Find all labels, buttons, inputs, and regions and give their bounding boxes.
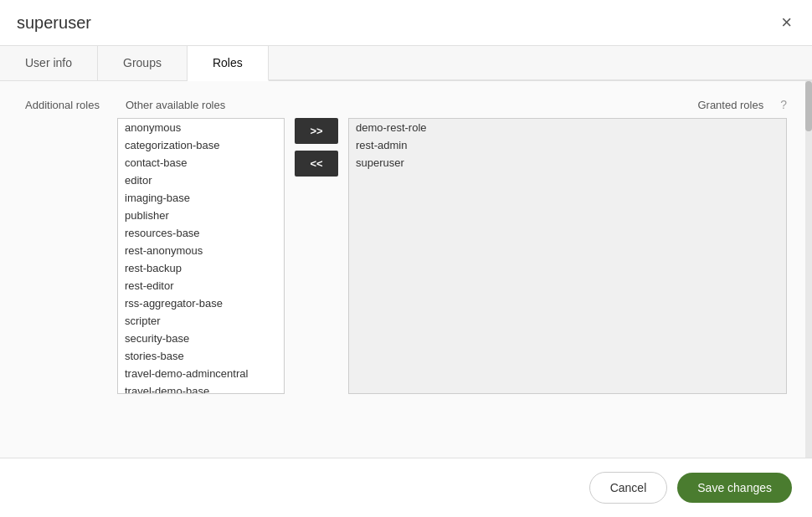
dialog-footer: Cancel Save changes <box>0 458 812 517</box>
list-item[interactable]: rest-editor <box>118 277 284 294</box>
list-item[interactable]: categorization-base <box>118 136 284 154</box>
available-roles-list[interactable]: anonymouscategorization-basecontact-base… <box>117 118 285 394</box>
list-item[interactable]: anonymous <box>118 119 284 136</box>
list-item[interactable]: travel-demo-base <box>118 382 284 394</box>
list-item[interactable]: security-base <box>118 330 284 347</box>
list-item[interactable]: rest-backup <box>118 259 284 277</box>
roles-content: Additional roles Other available roles G… <box>0 81 812 458</box>
list-item[interactable]: resources-base <box>118 224 284 242</box>
add-roles-button[interactable]: >> <box>295 118 338 144</box>
granted-roles-list[interactable]: demo-rest-rolerest-adminsuperuser <box>348 118 787 394</box>
list-item[interactable]: demo-rest-role <box>349 119 786 136</box>
help-icon[interactable]: ? <box>780 98 787 111</box>
roles-row: anonymouscategorization-basecontact-base… <box>25 118 787 441</box>
scrollbar-track[interactable] <box>805 81 812 458</box>
list-item[interactable]: rest-admin <box>349 136 786 154</box>
remove-roles-button[interactable]: << <box>295 151 338 177</box>
list-item[interactable]: editor <box>118 171 284 189</box>
dialog-header: superuser × <box>0 0 812 46</box>
granted-roles-label: Granted roles <box>697 99 763 111</box>
tabs-bar: User info Groups Roles <box>0 46 812 81</box>
transfer-buttons: >> << <box>285 118 348 177</box>
scrollbar-thumb[interactable] <box>805 81 812 131</box>
available-roles-label: Other available roles <box>126 99 293 111</box>
roles-labels-row: Additional roles Other available roles G… <box>25 98 787 111</box>
dialog-body: Additional roles Other available roles G… <box>0 81 812 458</box>
list-item[interactable]: imaging-base <box>118 189 284 207</box>
dialog-title: superuser <box>17 13 91 33</box>
additional-roles-label: Additional roles <box>25 99 117 111</box>
cancel-button[interactable]: Cancel <box>589 472 668 504</box>
list-item[interactable]: scripter <box>118 312 284 330</box>
list-item[interactable]: rss-aggregator-base <box>118 294 284 312</box>
list-item[interactable]: rest-anonymous <box>118 242 284 259</box>
save-button[interactable]: Save changes <box>677 473 792 503</box>
list-item[interactable]: travel-demo-admincentral <box>118 365 284 382</box>
dialog: superuser × User info Groups Roles Addit… <box>0 0 812 517</box>
tab-user-info[interactable]: User info <box>0 46 98 80</box>
list-item[interactable]: contact-base <box>118 154 284 171</box>
tab-roles[interactable]: Roles <box>188 46 269 81</box>
list-item[interactable]: stories-base <box>118 347 284 365</box>
list-item[interactable]: superuser <box>349 154 786 171</box>
close-button[interactable]: × <box>778 10 795 35</box>
tab-groups[interactable]: Groups <box>98 46 188 80</box>
list-item[interactable]: publisher <box>118 207 284 224</box>
tab-spacer <box>269 46 812 80</box>
